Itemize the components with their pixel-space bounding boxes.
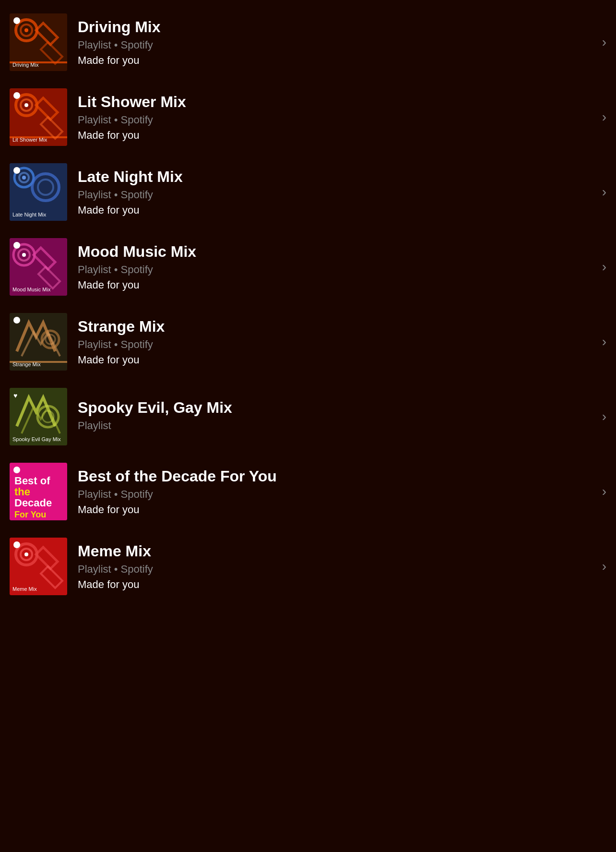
playlist-subtitle: Made for you bbox=[78, 279, 597, 291]
playlist-artwork-best-of-decade: Best of the Decade For You bbox=[10, 463, 67, 520]
playlist-title: Strange Mix bbox=[78, 317, 597, 336]
playlist-info: Best of the Decade For YouPlaylist • Spo… bbox=[78, 467, 597, 516]
chevron-right-icon: › bbox=[602, 559, 606, 574]
playlist-artwork-meme-mix: Meme Mix bbox=[10, 538, 67, 595]
playlist-meta: Playlist • Spotify bbox=[78, 338, 597, 351]
playlist-subtitle: Made for you bbox=[78, 54, 597, 67]
dot-indicator bbox=[13, 541, 20, 548]
playlist-subtitle: Made for you bbox=[78, 578, 597, 591]
playlist-meta: Playlist • Spotify bbox=[78, 264, 597, 276]
playlist-info: Strange MixPlaylist • SpotifyMade for yo… bbox=[78, 317, 597, 366]
playlist-title: Late Night Mix bbox=[78, 168, 597, 186]
svg-text:Best of: Best of bbox=[14, 475, 50, 487]
playlist-info: Mood Music MixPlaylist • SpotifyMade for… bbox=[78, 242, 597, 291]
playlist-artwork-late-night-mix: Late Night Mix bbox=[10, 163, 67, 221]
playlist-info: Meme MixPlaylist • SpotifyMade for you bbox=[78, 542, 597, 591]
chevron-right-icon: › bbox=[602, 409, 606, 424]
chevron-right-icon: › bbox=[602, 184, 606, 200]
chevron-right-icon: › bbox=[602, 109, 606, 125]
artwork-label: Strange Mix bbox=[12, 361, 41, 368]
svg-text:For You: For You bbox=[14, 510, 46, 519]
playlist-title: Mood Music Mix bbox=[78, 242, 597, 261]
dot-indicator bbox=[13, 242, 20, 249]
svg-text:the: the bbox=[14, 486, 30, 498]
playlist-item-meme-mix[interactable]: Meme MixMeme MixPlaylist • SpotifyMade f… bbox=[0, 529, 616, 604]
playlist-artwork-strange-mix: Strange Mix bbox=[10, 313, 67, 371]
playlist-title: Lit Shower Mix bbox=[78, 93, 597, 111]
playlist-meta: Playlist • Spotify bbox=[78, 488, 597, 501]
playlist-artwork-spooky-evil-gay-mix: ♥Spooky Evil Gay Mix bbox=[10, 388, 67, 445]
playlist-item-mood-music-mix[interactable]: Mood Music MixMood Music MixPlaylist • S… bbox=[0, 229, 616, 304]
playlist-item-spooky-evil-gay-mix[interactable]: ♥Spooky Evil Gay MixSpooky Evil, Gay Mix… bbox=[0, 379, 616, 454]
playlist-item-driving-mix[interactable]: Driving MixDriving MixPlaylist • Spotify… bbox=[0, 5, 616, 80]
playlist-item-best-of-decade[interactable]: Best of the Decade For You Best of the D… bbox=[0, 454, 616, 529]
playlist-meta: Playlist • Spotify bbox=[78, 563, 597, 576]
playlist-meta: Playlist bbox=[78, 420, 597, 432]
heart-indicator: ♥ bbox=[13, 392, 20, 398]
playlist-subtitle: Made for you bbox=[78, 204, 597, 216]
artwork-label: Lit Shower Mix bbox=[12, 137, 47, 143]
playlist-info: Driving MixPlaylist • SpotifyMade for yo… bbox=[78, 18, 597, 67]
svg-text:Decade: Decade bbox=[14, 497, 52, 509]
playlist-meta: Playlist • Spotify bbox=[78, 189, 597, 201]
playlist-title: Best of the Decade For You bbox=[78, 467, 597, 485]
artwork-label: Mood Music Mix bbox=[12, 287, 50, 293]
svg-point-19 bbox=[22, 253, 26, 257]
dot-indicator bbox=[13, 317, 20, 324]
artwork-label: Meme Mix bbox=[12, 586, 37, 592]
svg-point-37 bbox=[24, 552, 28, 556]
playlist-subtitle: Made for you bbox=[78, 354, 597, 366]
artwork-label: Driving Mix bbox=[12, 62, 38, 68]
artwork-label: Late Night Mix bbox=[12, 212, 46, 218]
dot-indicator bbox=[13, 92, 20, 99]
playlist-artwork-driving-mix: Driving Mix bbox=[10, 13, 67, 71]
playlist-artwork-lit-shower-mix: Lit Shower Mix bbox=[10, 88, 67, 146]
playlist-title: Spooky Evil, Gay Mix bbox=[78, 398, 597, 417]
playlist-meta: Playlist • Spotify bbox=[78, 39, 597, 51]
playlist-list: Driving MixDriving MixPlaylist • Spotify… bbox=[0, 0, 616, 609]
dot-indicator bbox=[13, 17, 20, 24]
playlist-artwork-mood-music-mix: Mood Music Mix bbox=[10, 238, 67, 296]
playlist-subtitle: Made for you bbox=[78, 504, 597, 516]
dot-indicator bbox=[13, 167, 20, 174]
playlist-subtitle: Made for you bbox=[78, 129, 597, 142]
playlist-title: Meme Mix bbox=[78, 542, 597, 560]
playlist-item-late-night-mix[interactable]: Late Night MixLate Night MixPlaylist • S… bbox=[0, 155, 616, 229]
svg-point-4 bbox=[24, 28, 28, 32]
playlist-item-strange-mix[interactable]: Strange MixStrange MixPlaylist • Spotify… bbox=[0, 304, 616, 379]
playlist-item-lit-shower-mix[interactable]: Lit Shower MixLit Shower MixPlaylist • S… bbox=[0, 80, 616, 155]
playlist-title: Driving Mix bbox=[78, 18, 597, 36]
chevron-right-icon: › bbox=[602, 334, 606, 349]
svg-point-15 bbox=[22, 176, 26, 180]
chevron-right-icon: › bbox=[602, 35, 606, 50]
chevron-right-icon: › bbox=[602, 484, 606, 499]
playlist-info: Late Night MixPlaylist • SpotifyMade for… bbox=[78, 168, 597, 216]
chevron-right-icon: › bbox=[602, 259, 606, 275]
artwork-label: Spooky Evil Gay Mix bbox=[12, 436, 61, 443]
dot-indicator bbox=[13, 467, 20, 473]
svg-point-9 bbox=[24, 103, 28, 107]
playlist-info: Spooky Evil, Gay MixPlaylist bbox=[78, 398, 597, 435]
playlist-meta: Playlist • Spotify bbox=[78, 114, 597, 126]
playlist-info: Lit Shower MixPlaylist • SpotifyMade for… bbox=[78, 93, 597, 142]
